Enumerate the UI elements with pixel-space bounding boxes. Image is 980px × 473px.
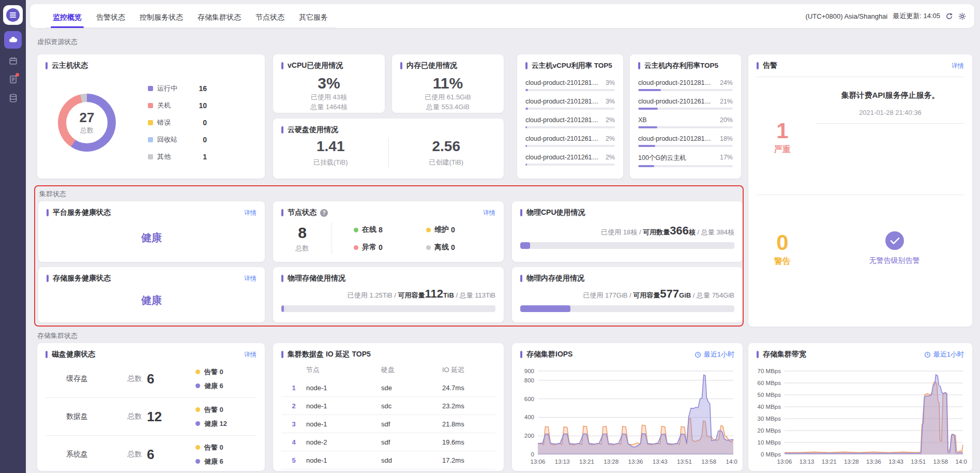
legend-item: 错误0 bbox=[148, 118, 207, 127]
card-title: 存储服务健康状态 bbox=[53, 274, 111, 283]
table-row: 5node-1sdd17.2ms bbox=[281, 451, 495, 469]
bandwidth-time-range-selector[interactable]: 最近1小时 bbox=[924, 350, 964, 359]
platform-health-detail-link[interactable]: 详情 bbox=[244, 209, 257, 217]
svg-text:13:21: 13:21 bbox=[822, 459, 837, 465]
timezone-label: (UTC+0800) Asia/Shanghai bbox=[806, 12, 888, 20]
critical-label: 严重 bbox=[748, 144, 817, 155]
svg-text:10 MBps: 10 MBps bbox=[758, 439, 781, 446]
card-title: 内存已使用情况 bbox=[406, 61, 457, 70]
divider bbox=[817, 123, 964, 124]
top5-row: cloud-product-2101261…2% bbox=[525, 154, 615, 166]
svg-text:13:58: 13:58 bbox=[701, 459, 716, 465]
storage-health-status: 健康 bbox=[38, 293, 265, 307]
legend-dot bbox=[195, 459, 200, 464]
card-storage-bandwidth-chart: 存储集群带宽 最近1小时 0 MBps10 MBps20 MBps30 MBps… bbox=[748, 343, 972, 471]
node-status-detail-link[interactable]: 详情 bbox=[483, 209, 495, 217]
warning-count: 0 bbox=[748, 231, 817, 254]
settings-gear-icon[interactable] bbox=[958, 12, 966, 20]
tab-other-services[interactable]: 其它服务 bbox=[292, 7, 335, 27]
card-title: vCPU已使用情况 bbox=[288, 61, 343, 70]
card-title: 磁盘健康状态 bbox=[52, 350, 95, 359]
vm-total-value: 27 bbox=[80, 111, 95, 124]
node-total-label: 总数 bbox=[273, 244, 331, 253]
svg-text:13:58: 13:58 bbox=[933, 459, 948, 465]
legend-dot bbox=[195, 445, 200, 450]
svg-text:13:28: 13:28 bbox=[604, 459, 619, 465]
card-title: 云主机状态 bbox=[52, 61, 88, 70]
clock-icon bbox=[695, 351, 701, 358]
no-warning-label: 无警告级别告警 bbox=[869, 256, 920, 265]
top-bar: 监控概览 告警状态 控制服务状态 存储集群状态 节点状态 其它服务 (UTC+0… bbox=[30, 4, 974, 28]
card-storage-service-health: 存储服务健康状态 详情 健康 bbox=[38, 267, 265, 322]
physical-storage-progress-bar bbox=[281, 305, 495, 312]
card-title: 物理CPU使用情况 bbox=[526, 208, 585, 217]
legend-item: 健康 12 bbox=[195, 419, 257, 428]
section-virtual-resources: 虚拟资源状态 bbox=[37, 37, 78, 47]
card-title: 云主机vCPU利用率 TOP5 bbox=[532, 61, 612, 70]
volume-created-label: 已创建(TiB) bbox=[389, 158, 504, 167]
card-title: 集群数据盘 IO 延迟 TOP5 bbox=[288, 350, 371, 359]
card-title: 存储集群IOPS bbox=[526, 350, 572, 359]
legend-item: 健康 6 bbox=[195, 381, 257, 391]
alarm-detail-link[interactable]: 详情 bbox=[952, 62, 964, 70]
svg-text:13:28: 13:28 bbox=[844, 459, 859, 465]
platform-health-status: 健康 bbox=[38, 231, 265, 245]
svg-text:400: 400 bbox=[524, 414, 534, 420]
legend-dot bbox=[354, 245, 358, 250]
legend-item: 关机10 bbox=[148, 101, 207, 110]
tab-monitor-overview[interactable]: 监控概览 bbox=[46, 7, 89, 27]
physical-cpu-usage-text: 已使用 18核 / 可用数量366核 / 总量 384核 bbox=[512, 224, 743, 238]
disk-health-row: 数据盘 总数 12 告警 0 健康 12 bbox=[46, 398, 257, 436]
legend-item: 运行中16 bbox=[148, 84, 207, 93]
svg-text:13:21: 13:21 bbox=[579, 459, 594, 465]
svg-text:13:13: 13:13 bbox=[800, 459, 815, 465]
tab-alarm-status[interactable]: 告警状态 bbox=[89, 7, 132, 27]
legend-item: 告警 0 bbox=[195, 405, 257, 415]
console-icon bbox=[8, 56, 18, 66]
card-vcpu-top5: 云主机vCPU利用率 TOP5 cloud-product-2101281…3%… bbox=[517, 54, 623, 179]
memory-total: 总量 553.4GiB bbox=[392, 102, 504, 112]
warning-label: 警告 bbox=[748, 256, 817, 267]
tab-node-status[interactable]: 节点状态 bbox=[248, 7, 292, 27]
storage-health-detail-link[interactable]: 详情 bbox=[244, 274, 257, 283]
svg-text:0 MBps: 0 MBps bbox=[761, 451, 781, 457]
svg-text:50 MBps: 50 MBps bbox=[758, 392, 781, 398]
svg-text:13:43: 13:43 bbox=[888, 459, 903, 465]
disk-health-detail-link[interactable]: 详情 bbox=[244, 350, 257, 359]
vm-status-legend: 运行中16 关机10 错误0 回收站0 其他1 bbox=[148, 84, 207, 161]
iops-time-range-selector[interactable]: 最近1小时 bbox=[695, 350, 734, 359]
table-row: 3node-1sdf21.8ms bbox=[281, 415, 495, 433]
svg-text:13:51: 13:51 bbox=[677, 459, 692, 465]
database-icon bbox=[8, 93, 18, 103]
legend-item: 告警 0 bbox=[195, 443, 257, 452]
svg-text:14:06: 14:06 bbox=[956, 459, 967, 465]
legend-swatch bbox=[148, 86, 153, 91]
sidebar-item-monitor-overview[interactable] bbox=[4, 31, 22, 49]
menu-icon[interactable] bbox=[6, 8, 20, 22]
legend-dot bbox=[195, 383, 200, 388]
sidebar-item-logs[interactable] bbox=[4, 70, 22, 88]
refresh-icon[interactable] bbox=[945, 12, 953, 20]
svg-text:13:13: 13:13 bbox=[555, 459, 570, 465]
vm-total-label: 总数 bbox=[80, 126, 94, 135]
card-node-status: 节点状态 ? 详情 8 总数 在线 8 维护 0 异常 0 离线 0 bbox=[273, 201, 504, 262]
vcpu-used: 已使用 43核 bbox=[273, 92, 385, 102]
card-disk-health: 磁盘健康状态 详情 缓存盘 总数 6 告警 0 健康 6 数据盘 总数 12 告… bbox=[37, 343, 265, 471]
card-memory-top5: 云主机内存利用率TOP5 cloud-product-2101281…24% c… bbox=[630, 54, 741, 179]
help-icon[interactable]: ? bbox=[320, 209, 328, 217]
tab-control-service-status[interactable]: 控制服务状态 bbox=[132, 7, 190, 27]
critical-count: 1 bbox=[748, 120, 817, 142]
top5-row: XB20% bbox=[638, 116, 733, 128]
sidebar-item-console[interactable] bbox=[4, 52, 22, 69]
svg-text:30 MBps: 30 MBps bbox=[758, 416, 781, 422]
sidebar-logo-box bbox=[3, 5, 23, 25]
legend-dot bbox=[426, 245, 431, 250]
tab-storage-cluster-status[interactable]: 存储集群状态 bbox=[190, 7, 248, 27]
sidebar-item-storage[interactable] bbox=[4, 89, 22, 107]
clock-icon bbox=[924, 351, 931, 358]
legend-dot bbox=[195, 421, 200, 426]
card-physical-cpu: 物理CPU使用情况 已使用 18核 / 可用数量366核 / 总量 384核 bbox=[512, 201, 743, 262]
card-title: 节点状态 bbox=[288, 208, 316, 217]
divider bbox=[331, 223, 332, 255]
svg-text:70 MBps: 70 MBps bbox=[758, 368, 781, 374]
